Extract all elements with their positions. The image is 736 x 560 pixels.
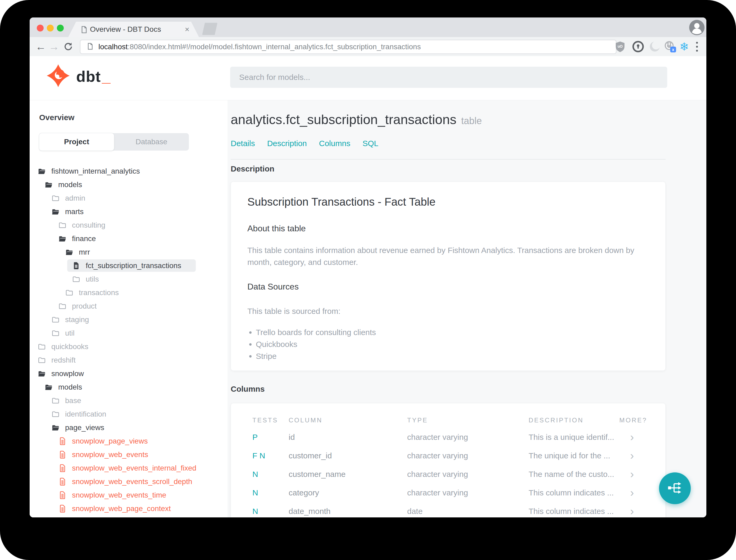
source-item: Trello boards for consulting clients xyxy=(256,326,376,338)
tree-item-admin[interactable]: admin xyxy=(30,191,228,205)
tests-badge: N xyxy=(253,507,258,516)
folder-open-icon xyxy=(51,207,60,216)
close-window-icon[interactable] xyxy=(37,25,44,31)
tree-item-label: finance xyxy=(72,234,96,243)
url-path: :8080/index.html#!/model/model.fishtown_… xyxy=(128,43,421,51)
tab-description[interactable]: Description xyxy=(267,139,307,148)
columns-card: TESTSCOLUMNTYPEDESCRIPTIONMORE? Pidchara… xyxy=(231,403,666,517)
tree-item-snowplow_web_events_time[interactable]: snowplow_web_events_time xyxy=(30,488,228,502)
tree-item-models[interactable]: models xyxy=(30,380,228,394)
column-type: character varying xyxy=(407,470,468,479)
tree-item-util[interactable]: util xyxy=(30,326,228,340)
tree-item-consulting[interactable]: consulting xyxy=(30,218,228,232)
table-row-customer_id[interactable]: F Ncustomer_idcharacter varyingThe uniqu… xyxy=(231,446,665,465)
tree-item-snowplow_web_page_context[interactable]: snowplow_web_page_context xyxy=(30,502,228,515)
tree-item-label: snowplow_web_events_internal_fixed xyxy=(72,464,196,472)
sidebar-tab-database[interactable]: Database xyxy=(114,133,189,151)
folder-closed-icon xyxy=(58,302,67,310)
dbt-wordmark: dbt xyxy=(76,67,101,85)
file-doc-icon xyxy=(58,477,67,486)
card-heading: Subscription Transactions - Fact Table xyxy=(247,196,435,208)
tree-item-base[interactable]: base xyxy=(30,394,228,407)
tree-item-mrr[interactable]: mrr xyxy=(30,245,228,259)
chevron-right-icon[interactable]: › xyxy=(630,431,634,444)
sidebar-title: Overview xyxy=(39,113,74,122)
chevron-right-icon[interactable]: › xyxy=(630,468,634,481)
browser-tab-strip: Overview - DBT Docs × xyxy=(30,17,706,37)
column-name: category xyxy=(289,488,319,497)
file-doc-icon xyxy=(58,504,67,513)
url-bar[interactable]: localhost:8080/index.html#!/model/model.… xyxy=(80,40,616,54)
folder-open-icon xyxy=(44,383,53,391)
reload-icon[interactable] xyxy=(61,39,76,54)
zoom-window-icon[interactable] xyxy=(57,25,64,31)
minimize-window-icon[interactable] xyxy=(47,25,54,31)
tree-item-marts[interactable]: marts xyxy=(30,205,228,218)
table-row-customer_name[interactable]: Ncustomer_namecharacter varyingThe name … xyxy=(231,465,665,484)
dbt-logo[interactable]: dbt _ xyxy=(46,64,110,89)
table-row-category[interactable]: Ncategorycharacter varyingThis column in… xyxy=(231,484,665,502)
new-tab-button[interactable] xyxy=(202,23,218,35)
view-lineage-fab[interactable] xyxy=(659,472,691,504)
back-icon[interactable]: ← xyxy=(33,39,48,54)
tree-item-transactions[interactable]: transactions xyxy=(30,286,228,299)
browser-window: Overview - DBT Docs × ← → localhost:8080… xyxy=(30,17,706,517)
tree-item-quickbooks[interactable]: quickbooks xyxy=(30,340,228,353)
tree-item-product[interactable]: product xyxy=(30,299,228,313)
tree-item-label: snowplow_page_views xyxy=(72,437,148,445)
sidebar-tab-project[interactable]: Project xyxy=(39,133,114,151)
tree-item-label: identification xyxy=(65,410,106,418)
tree-item-fct_subscription_transactions[interactable]: fct_subscription_transactions xyxy=(30,259,228,272)
profile-avatar-icon[interactable] xyxy=(689,19,705,37)
tree-item-snowplow_web_events_scroll_depth[interactable]: snowplow_web_events_scroll_depth xyxy=(30,475,228,488)
tree-item-label: page_views xyxy=(65,423,104,432)
tree-item-snowplow_web_events_internal_fixed[interactable]: snowplow_web_events_internal_fixed xyxy=(30,461,228,475)
chevron-right-icon[interactable]: › xyxy=(630,449,634,462)
tree-item-snowplow_page_views[interactable]: snowplow_page_views xyxy=(30,434,228,448)
tree-item-finance[interactable]: finance xyxy=(30,232,228,245)
folder-closed-icon xyxy=(51,194,60,202)
column-name: customer_name xyxy=(289,470,346,479)
snowflake-extension-icon[interactable]: ❄ xyxy=(677,40,691,53)
description-section-label: Description xyxy=(231,164,274,173)
column-header-column: COLUMN xyxy=(289,417,323,424)
tree-item-utils[interactable]: utils xyxy=(30,272,228,286)
ublock-shield-icon[interactable]: uO xyxy=(613,40,627,53)
tab-close-icon[interactable]: × xyxy=(185,25,190,33)
table-row-date_month[interactable]: Ndate_monthdateThis column indicates ...… xyxy=(231,502,665,517)
onepassword-icon[interactable] xyxy=(631,40,645,53)
columns-section-label: Columns xyxy=(231,385,265,394)
column-description: This is a unique identif... xyxy=(528,433,614,442)
tree-item-staging[interactable]: staging xyxy=(30,313,228,326)
tree-item-redshift[interactable]: redshift xyxy=(30,353,228,367)
search-input[interactable] xyxy=(230,67,667,88)
tests-badge: N xyxy=(253,470,258,479)
chevron-right-icon[interactable]: › xyxy=(630,486,634,499)
folder-closed-icon xyxy=(58,221,67,229)
model-type-suffix: table xyxy=(461,115,482,126)
tab-details[interactable]: Details xyxy=(231,139,255,148)
forward-icon[interactable]: → xyxy=(47,39,61,54)
tab-sql[interactable]: SQL xyxy=(363,139,378,148)
browser-tab[interactable]: Overview - DBT Docs × xyxy=(68,22,199,37)
kebab-menu-icon[interactable] xyxy=(690,40,704,53)
svg-text:uO: uO xyxy=(617,44,622,48)
chevron-right-icon[interactable]: › xyxy=(630,505,634,517)
tree-item-label: fct_subscription_transactions xyxy=(86,261,181,270)
tab-columns[interactable]: Columns xyxy=(319,139,350,148)
tree-item-page_views[interactable]: page_views xyxy=(30,421,228,434)
column-header-type: TYPE xyxy=(407,417,428,424)
crescent-extension-icon[interactable] xyxy=(648,40,662,53)
project-database-toggle: ProjectDatabase xyxy=(39,133,189,151)
tree-item-snowplow[interactable]: snowplow xyxy=(30,367,228,380)
table-row-id[interactable]: Pidcharacter varyingThis is a unique ide… xyxy=(231,428,665,446)
tree-item-identification[interactable]: identification xyxy=(30,407,228,421)
tree-item-label: consulting xyxy=(72,221,105,229)
power-x-extension-icon[interactable]: x xyxy=(663,40,677,53)
tree-item-models[interactable]: models xyxy=(30,178,228,191)
column-description: The name of the custo... xyxy=(528,470,614,479)
tree-item-snowplow_web_events[interactable]: snowplow_web_events xyxy=(30,448,228,461)
tree-item-fishtown_internal_analytics[interactable]: fishtown_internal_analytics xyxy=(30,164,228,178)
column-name: id xyxy=(289,433,295,442)
tree-item-label: utils xyxy=(86,275,99,283)
